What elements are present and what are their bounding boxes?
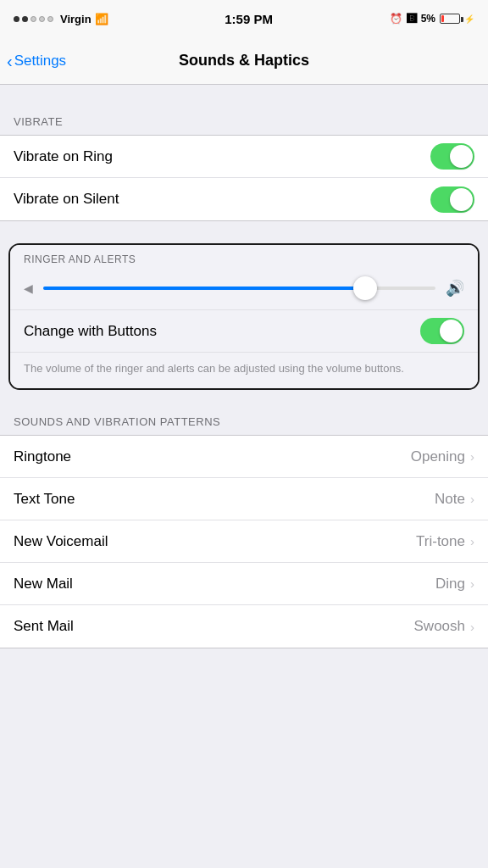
volume-high-icon: 🔊 <box>446 279 464 298</box>
status-right: ⏰ 🅱 5% ⚡ <box>390 13 474 25</box>
sounds-patterns-group: Ringtone Opening › Text Tone Note › New … <box>0 435 488 648</box>
vibrate-on-silent-row: Vibrate on Silent <box>0 178 488 220</box>
battery-percent: 5% <box>421 13 435 25</box>
chevron-right-icon: › <box>470 620 474 634</box>
battery-body <box>440 14 460 24</box>
ringer-footer-text: The volume of the ringer and alerts can … <box>10 352 478 388</box>
slider-track[interactable] <box>43 287 435 290</box>
page-title: Sounds & Haptics <box>179 52 309 70</box>
sounds-patterns-header: SOUNDS AND VIBRATION PATTERNS <box>0 398 488 435</box>
carrier-label: Virgin <box>60 13 92 25</box>
sounds-item-label: Ringtone <box>14 448 71 465</box>
vibrate-on-silent-label: Vibrate on Silent <box>14 191 119 208</box>
change-with-buttons-row: Change with Buttons <box>10 309 478 352</box>
battery-icon <box>440 14 460 24</box>
status-left: Virgin 📶 <box>14 13 108 25</box>
sounds-item-row[interactable]: New Mail Ding › <box>0 563 488 605</box>
sounds-item-right: Opening › <box>411 448 474 465</box>
ringer-section: RINGER AND ALERTS ◀ 🔊 Change with Button… <box>0 235 488 398</box>
toggle-thumb-2 <box>450 188 473 211</box>
sounds-item-value: Opening <box>411 448 465 465</box>
vibrate-on-ring-toggle[interactable] <box>430 143 474 170</box>
vibrate-on-ring-label: Vibrate on Ring <box>14 148 113 165</box>
slider-thumb[interactable] <box>353 276 377 300</box>
vibrate-on-silent-toggle[interactable] <box>430 186 474 213</box>
sounds-item-right: Tri-tone › <box>416 533 474 550</box>
signal-dot-4 <box>39 16 45 22</box>
sounds-item-value: Swoosh <box>414 618 465 635</box>
sounds-item-label: New Mail <box>14 576 73 593</box>
vibrate-group: Vibrate on Ring Vibrate on Silent <box>0 135 488 221</box>
vibrate-section-header: VIBRATE <box>0 98 488 135</box>
sounds-item-row[interactable]: Ringtone Opening › <box>0 436 488 478</box>
nav-bar: ‹ Settings Sounds & Haptics <box>0 37 488 85</box>
bluetooth-icon: 🅱 <box>407 13 417 25</box>
change-with-buttons-toggle[interactable] <box>420 318 464 344</box>
back-button[interactable]: ‹ Settings <box>7 53 66 70</box>
chevron-right-icon: › <box>470 492 474 506</box>
sounds-item-label: New Voicemail <box>14 533 108 550</box>
charging-icon: ⚡ <box>464 14 474 24</box>
signal-dot-3 <box>30 16 36 22</box>
slider-row: ◀ 🔊 <box>10 270 478 309</box>
chevron-right-icon: › <box>470 534 474 548</box>
alarm-icon: ⏰ <box>390 13 402 25</box>
ringer-card: RINGER AND ALERTS ◀ 🔊 Change with Button… <box>8 243 480 390</box>
volume-low-icon: ◀ <box>24 281 33 295</box>
back-label[interactable]: Settings <box>14 53 66 70</box>
sounds-item-value: Note <box>435 491 465 508</box>
sounds-item-value: Tri-tone <box>416 533 465 550</box>
change-with-buttons-label: Change with Buttons <box>24 323 157 340</box>
sounds-item-right: Note › <box>435 491 474 508</box>
sounds-item-row[interactable]: New Voicemail Tri-tone › <box>0 520 488 563</box>
signal-dot-2 <box>22 16 28 22</box>
status-time: 1:59 PM <box>225 12 273 26</box>
chevron-right-icon: › <box>470 576 474 591</box>
ringer-section-header: RINGER AND ALERTS <box>10 245 478 270</box>
signal-dot-1 <box>14 16 19 22</box>
signal-dot-5 <box>47 16 53 22</box>
wifi-icon: 📶 <box>95 13 108 25</box>
toggle-thumb <box>450 145 473 168</box>
sounds-item-value: Ding <box>435 576 465 593</box>
sounds-item-row[interactable]: Sent Mail Swoosh › <box>0 605 488 648</box>
top-gap <box>0 85 488 98</box>
gap-after-vibrate <box>0 221 488 235</box>
toggle-thumb-3 <box>440 320 463 342</box>
vibrate-on-ring-row: Vibrate on Ring <box>0 136 488 178</box>
sounds-item-row[interactable]: Text Tone Note › <box>0 478 488 520</box>
back-chevron-icon: ‹ <box>7 53 13 70</box>
sounds-item-right: Ding › <box>435 576 474 593</box>
sounds-item-label: Text Tone <box>14 491 75 508</box>
signal-dots <box>14 16 53 22</box>
sounds-item-right: Swoosh › <box>414 618 474 635</box>
sounds-item-label: Sent Mail <box>14 618 74 635</box>
status-bar: Virgin 📶 1:59 PM ⏰ 🅱 5% ⚡ <box>0 0 488 37</box>
battery-fill <box>441 15 444 22</box>
chevron-right-icon: › <box>470 449 474 464</box>
slider-fill <box>43 287 365 290</box>
